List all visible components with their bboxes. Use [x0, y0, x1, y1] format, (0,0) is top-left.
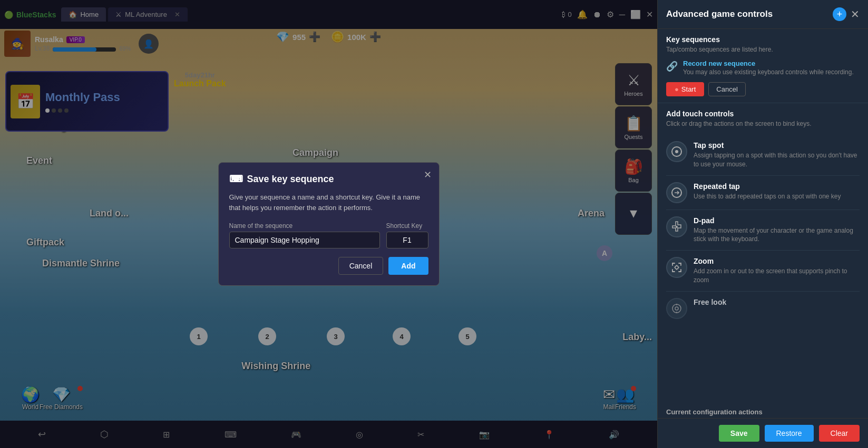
freelook-name: Free look — [694, 298, 860, 306]
record-buttons: Start Cancel — [666, 82, 860, 96]
dialog-add-button[interactable]: Add — [388, 257, 428, 275]
dialog-title: ⌨ Save key sequence — [229, 173, 428, 185]
dpad-info: D-pad Map the movement of your character… — [694, 216, 860, 244]
record-sequence-row: 🔗 Record new sequence You may also use e… — [666, 59, 860, 76]
right-panel: Advanced game controls + ✕ Key sequences… — [657, 0, 868, 448]
shortcut-key-group: Shortcut Key — [386, 222, 428, 248]
dialog-overlay: ⌨ Save key sequence ✕ Give your sequence… — [0, 0, 657, 448]
dialog-title-icon: ⌨ — [229, 173, 243, 185]
panel-close-button[interactable]: ✕ — [851, 8, 860, 21]
dpad-name: D-pad — [694, 216, 860, 225]
repeated-tap-icon — [666, 182, 687, 203]
freelook-item[interactable]: Free look — [666, 292, 860, 325]
tap-spot-name: Tap spot — [694, 141, 860, 150]
sequence-name-group: Name of the sequence — [229, 222, 380, 248]
repeated-tap-item[interactable]: Repeated tap Use this to add repeated ta… — [666, 176, 860, 210]
svg-point-3 — [676, 226, 678, 228]
dialog-close-button[interactable]: ✕ — [424, 169, 432, 181]
touch-controls-title: Add touch controls — [666, 109, 860, 118]
game-area: 🟢 BlueStacks 🏠 Home ⚔ ML Adventure ✕ ₿ 0… — [0, 0, 657, 448]
dialog-title-text: Save key sequence — [247, 174, 334, 185]
tap-spot-item[interactable]: Tap spot Assign tapping on a spot with t… — [666, 135, 860, 176]
zoom-name: Zoom — [694, 257, 860, 265]
svg-point-6 — [675, 307, 678, 310]
dialog-cancel-button[interactable]: Cancel — [338, 257, 384, 275]
key-sequences-subtitle: Tap/combo sequences are listed here. — [666, 46, 860, 53]
shortcut-key-input[interactable] — [386, 232, 428, 248]
save-key-sequence-dialog: ⌨ Save key sequence ✕ Give your sequence… — [218, 162, 440, 286]
panel-title: Advanced game controls — [666, 9, 773, 19]
restore-button[interactable]: Restore — [765, 425, 814, 442]
record-new-sequence-link[interactable]: Record new sequence — [683, 59, 854, 67]
key-sequences-section: Key sequences Tap/combo sequences are li… — [658, 29, 868, 103]
dialog-description: Give your sequence a name and a shortcut… — [229, 192, 428, 213]
svg-point-1 — [675, 150, 678, 153]
freelook-info: Free look — [694, 298, 860, 308]
panel-footer: Save Restore Clear — [658, 418, 868, 448]
dpad-item[interactable]: D-pad Map the movement of your character… — [666, 210, 860, 251]
zoom-desc: Add zoom in or out to the screen that su… — [694, 267, 860, 285]
dialog-buttons: Cancel Add — [229, 257, 428, 275]
zoom-icon — [666, 257, 687, 278]
key-sequences-title: Key sequences — [666, 35, 860, 44]
tap-spot-icon — [666, 141, 687, 162]
touch-controls-desc: Click or drag the actions on the screen … — [666, 120, 860, 127]
start-recording-button[interactable]: Start — [666, 82, 704, 96]
dpad-icon — [666, 216, 687, 237]
record-icon: 🔗 — [666, 61, 678, 72]
panel-header: Advanced game controls + ✕ — [658, 0, 868, 29]
svg-point-5 — [672, 304, 681, 313]
save-button[interactable]: Save — [719, 425, 759, 442]
current-config-label: Current configuration actions — [658, 403, 868, 418]
dialog-fields: Name of the sequence Shortcut Key — [229, 222, 428, 248]
zoom-item[interactable]: Zoom Add zoom in or out to the screen th… — [666, 251, 860, 292]
record-desc: You may also use existing keyboard contr… — [683, 68, 854, 76]
freelook-icon — [666, 298, 687, 319]
repeated-tap-desc: Use this to add repeated taps on a spot … — [694, 192, 860, 201]
clear-button[interactable]: Clear — [819, 425, 860, 442]
repeated-tap-info: Repeated tap Use this to add repeated ta… — [694, 182, 860, 201]
shortcut-key-label: Shortcut Key — [386, 222, 428, 230]
dpad-desc: Map the movement of your character or th… — [694, 226, 860, 244]
record-sequence-info: Record new sequence You may also use exi… — [683, 59, 854, 76]
add-control-button[interactable]: + — [833, 7, 846, 21]
svg-point-4 — [675, 266, 678, 269]
zoom-info: Zoom Add zoom in or out to the screen th… — [694, 257, 860, 285]
tap-spot-desc: Assign tapping on a spot with this actio… — [694, 151, 860, 169]
repeated-tap-name: Repeated tap — [694, 182, 860, 191]
touch-controls-section: Add touch controls Click or drag the act… — [658, 103, 868, 332]
sequence-name-label: Name of the sequence — [229, 222, 380, 230]
tap-spot-info: Tap spot Assign tapping on a spot with t… — [694, 141, 860, 169]
cancel-recording-button[interactable]: Cancel — [708, 82, 745, 96]
sequence-name-input[interactable] — [229, 232, 380, 248]
